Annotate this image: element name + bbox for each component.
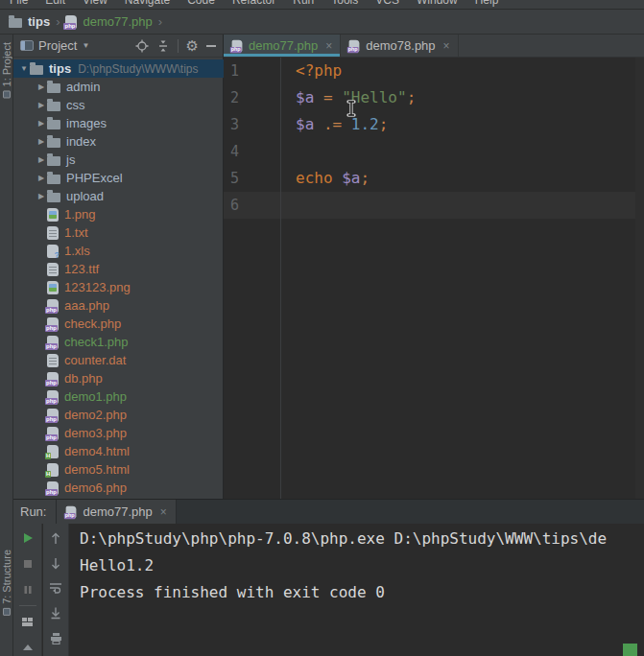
chevron-right-icon[interactable]: ▶ (36, 174, 47, 182)
chevron-down-icon[interactable]: ▼ (18, 64, 30, 73)
stripe-structure-button[interactable]: 7: Structure (1, 550, 12, 616)
folder-icon (47, 156, 60, 166)
tree-node-demo2.php[interactable]: phpdemo2.php (13, 406, 224, 424)
php-file-icon: php (47, 317, 59, 331)
pause-icon[interactable] (21, 583, 35, 597)
restore-layout-icon[interactable] (21, 615, 35, 628)
tool-window-stripe: 1: Project 7: Structure (0, 35, 13, 656)
chevron-right-icon[interactable]: ▶ (36, 82, 47, 91)
tree-node-js[interactable]: ▶js (13, 151, 224, 169)
soft-wrap-icon[interactable] (49, 581, 62, 595)
tree-node-db.php[interactable]: phpdb.php (13, 369, 224, 387)
code-line-5[interactable]: 5echo $a; (224, 165, 644, 192)
folder-icon (47, 120, 60, 129)
stop-icon[interactable] (21, 557, 35, 571)
php-file-icon: php (47, 336, 59, 349)
chevron-down-icon[interactable]: ▼ (82, 41, 89, 50)
breadcrumb-separator: › (56, 14, 60, 29)
console-line: D:\phpStudy\php\php-7.0.8\php.exe D:\php… (80, 526, 644, 552)
code-line-1[interactable]: 1<?php (224, 58, 644, 84)
breadcrumb-separator: › (158, 14, 162, 29)
chevron-right-icon[interactable]: ▶ (36, 119, 47, 128)
run-toolbar-console (43, 524, 69, 656)
png-file-icon (47, 208, 59, 222)
chevron-right-icon[interactable]: ▶ (36, 137, 47, 146)
run-tab-demo77[interactable]: php demo77.php × (56, 500, 176, 524)
scroll-to-end-icon[interactable] (49, 606, 62, 620)
gear-icon[interactable]: ⚙ (186, 39, 199, 53)
php-file-icon: php (232, 39, 243, 52)
arrow-up-icon[interactable] (49, 531, 62, 545)
project-panel-title[interactable]: Project (38, 38, 77, 53)
menu-item-vcs[interactable]: VCS (375, 0, 399, 8)
tree-node-check1.php[interactable]: phpcheck1.php (13, 333, 224, 351)
tree-node-1.txt[interactable]: 1.txt (13, 223, 224, 242)
code-line-4[interactable]: 4 (224, 138, 644, 165)
tree-node-counter.dat[interactable]: counter.dat (13, 351, 224, 369)
menu-item-run[interactable]: Run (293, 0, 314, 8)
code-line-6[interactable]: 6 (224, 192, 644, 219)
printer-icon[interactable] (49, 631, 62, 644)
menu-item-file[interactable]: File (10, 0, 28, 8)
code-line-2[interactable]: 2$a = "Hello"; (224, 84, 644, 111)
phpstorm-window: FileEditViewNavigateCodeRefactorRunTools… (0, 0, 644, 656)
menu-item-help[interactable]: Help (475, 0, 499, 8)
toolbar-divider (178, 39, 179, 53)
close-icon[interactable]: × (443, 39, 450, 53)
close-icon[interactable]: × (160, 505, 167, 519)
tree-node-1.png[interactable]: 1.png (13, 205, 224, 223)
tree-node-1.xls[interactable]: 1.xls (13, 242, 224, 260)
tree-node-root[interactable]: ▼tipsD:\phpStudy\WWW\tips (13, 59, 224, 78)
php-file-icon: php (65, 15, 77, 29)
tree-node-check.php[interactable]: phpcheck.php (13, 315, 224, 333)
tree-node-admin[interactable]: ▶admin (13, 78, 224, 96)
close-icon[interactable]: × (325, 39, 332, 53)
txt-file-icon (47, 226, 59, 240)
play-icon[interactable] (21, 531, 35, 545)
tree-node-demo6.php[interactable]: phpdemo6.php (13, 479, 224, 497)
code-editor[interactable]: 1<?php2$a = "Hello";3$a .= 1.2;45echo $a… (224, 58, 644, 499)
menu-item-window[interactable]: Window (417, 0, 458, 8)
chevron-right-icon[interactable]: ▶ (36, 101, 47, 109)
chevron-right-icon[interactable]: ▶ (36, 192, 47, 200)
tree-node-demo3.php[interactable]: phpdemo3.php (13, 424, 224, 442)
line-number: 5 (230, 165, 239, 192)
tree-node-aaa.php[interactable]: phpaaa.php (13, 296, 224, 315)
tree-node-demo5.html[interactable]: Hdemo5.html (13, 460, 224, 479)
structure-tool-icon (3, 608, 11, 616)
folder-icon (47, 175, 60, 184)
chevron-right-icon[interactable]: ▶ (36, 155, 47, 164)
tree-node-phpexcel[interactable]: ▶PHPExcel (13, 169, 224, 187)
tree-node-demo4.html[interactable]: Hdemo4.html (13, 442, 224, 460)
dat-file-icon (47, 354, 59, 367)
tree-node-demo1.php[interactable]: phpdemo1.php (13, 387, 224, 406)
tree-node-index[interactable]: ▶index (13, 132, 224, 151)
tree-node-css[interactable]: ▶css (13, 96, 224, 114)
tab-demo77[interactable]: php demo77.php × (224, 35, 341, 57)
tree-node-images[interactable]: ▶images (13, 114, 224, 132)
menu-item-code[interactable]: Code (187, 0, 215, 8)
minimize-icon[interactable] (206, 45, 216, 47)
tab-demo78[interactable]: php demo78.php × (341, 35, 458, 57)
arrow-down-icon[interactable] (49, 556, 62, 570)
menu-item-tools[interactable]: Tools (331, 0, 358, 8)
menu-item-view[interactable]: View (83, 0, 107, 8)
collapse-all-icon[interactable] (156, 39, 170, 53)
menu-item-navigate[interactable]: Navigate (125, 0, 170, 8)
run-console-output[interactable]: D:\phpStudy\php\php-7.0.8\php.exe D:\php… (70, 524, 644, 656)
collapse-panel-icon[interactable] (21, 641, 35, 654)
breadcrumb-folder[interactable]: tips (28, 14, 50, 29)
folder-icon (47, 102, 60, 111)
tree-node-123123.png[interactable]: 123123.png (13, 278, 224, 296)
run-label: Run: (13, 504, 56, 519)
locate-icon[interactable] (135, 39, 149, 53)
code-line-3[interactable]: 3$a .= 1.2; (224, 111, 644, 138)
menu-item-refactor[interactable]: Refactor (232, 0, 275, 8)
stripe-project-button[interactable]: 1: Project (1, 42, 12, 98)
line-number: 6 (230, 192, 239, 219)
breadcrumb-file[interactable]: demo77.php (83, 14, 152, 29)
tree-node-upload[interactable]: ▶upload (13, 187, 224, 205)
menu-item-edit[interactable]: Edit (45, 0, 65, 8)
php-file-icon: php (47, 409, 59, 422)
tree-node-123.ttf[interactable]: 123.ttf (13, 260, 224, 278)
